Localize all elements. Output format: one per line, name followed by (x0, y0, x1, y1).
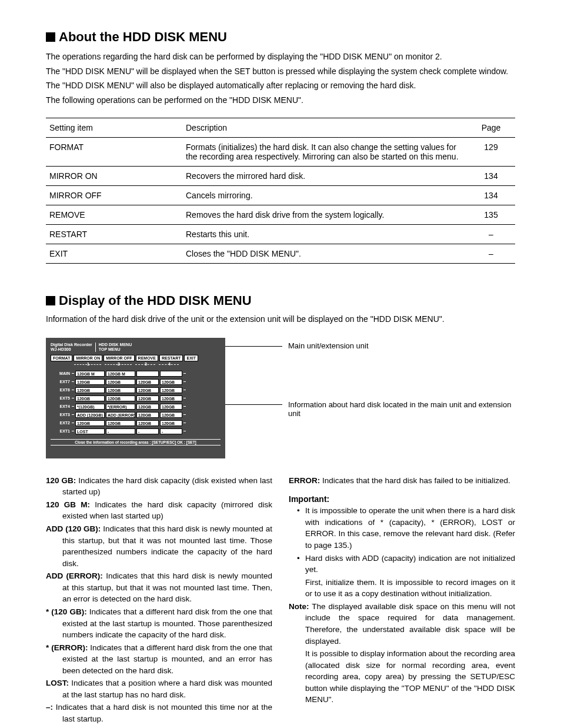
dash-icon (183, 423, 186, 423)
important-block: Important: It is impossible to operate t… (289, 494, 515, 600)
leader-line (216, 404, 282, 405)
screen-cell: 120GB (160, 404, 182, 410)
screen-row-label: EXT3 (51, 413, 72, 417)
annotation-info: Information about hard disk located in t… (288, 400, 515, 418)
screen-header-left2: WJ-HD300 (51, 347, 92, 352)
screen-row: EXT5120GB120GB120GB120GB (51, 394, 221, 403)
screen-footer: Close the information of recording areas… (51, 439, 221, 446)
section2-title: Display of the HDD DISK MENU (46, 293, 515, 308)
cell-page: 135 (467, 205, 515, 224)
definition-text: Indicates the hard disk capacity (mirror… (62, 500, 272, 521)
definition-text: Indicates that the hard disk has failed … (320, 476, 510, 485)
screen-cell: ADD (120GB) (75, 412, 105, 418)
screen-tab: RESTART (159, 355, 183, 361)
screen-cell: - (136, 428, 159, 434)
definition-term: 120 GB: (46, 476, 76, 485)
cell-page: 134 (467, 166, 515, 185)
note-paragraph: Note: The displayed available disk space… (289, 601, 515, 647)
definition-text: Indicates that a hard disk is not mounte… (53, 703, 272, 723)
screen-cell: 120GB (160, 420, 182, 426)
dash-icon (183, 381, 186, 382)
screen-tab: FORMAT (51, 355, 72, 361)
table-header-row: Setting item Description Page (46, 118, 515, 137)
table-row: MIRROR OFFCancels mirroring.134 (46, 185, 515, 205)
screen-row: EXT6120GB120GB120GB120GB (51, 386, 221, 394)
screen-row-label: EXT5 (51, 396, 72, 400)
definition-item: * (ERROR): Indicates that a different ha… (46, 642, 272, 677)
intro-line: The operations regarding the hard disk c… (46, 51, 515, 64)
screen-cell: 120GB (106, 395, 135, 401)
screen-row: MAIN120GB M120GB M (51, 370, 221, 378)
definitions-columns: 120 GB: Indicates the hard disk capacity… (46, 475, 515, 726)
screen-row: EXT7120GB120GB120GB120GB (51, 378, 221, 386)
screen-cell: - (106, 428, 135, 434)
screen-cell: 120GB (106, 379, 135, 385)
cell-item: MIRROR OFF (46, 185, 182, 205)
definition-item: * (120 GB): Indicates that a different h… (46, 606, 272, 641)
screen-cell: 120GB M (75, 371, 105, 377)
cell-page: 129 (467, 137, 515, 166)
screen-row-label: EXT6 (51, 388, 72, 392)
dash-icon (183, 414, 186, 415)
screen-tab: MIRROR OFF (103, 355, 134, 361)
screen-cell: 120GB (160, 395, 182, 401)
definition-term: ADD (ERROR): (46, 571, 103, 580)
screen-header-left1: Digital Disk Recorder (51, 343, 92, 347)
note-continuation: It is possible to display information ab… (289, 648, 515, 706)
intro-line: The "HDD DISK MENU" will be displayed wh… (46, 65, 515, 78)
screen-row-label: EXT2 (51, 421, 72, 425)
screen-cell (160, 371, 182, 377)
screen-cell: 120GB (136, 379, 159, 385)
definition-item: 120 GB M: Indicates the hard disk capaci… (46, 499, 272, 522)
table-row: REMOVERemoves the hard disk drive from t… (46, 205, 515, 224)
screen-row-label: EXT4 (51, 404, 72, 408)
section2-intro: Information of the hard disk drive of th… (46, 314, 515, 324)
cell-item: EXIT (46, 244, 182, 263)
screen-tab: EXIT (184, 355, 198, 361)
definition-term: –: (46, 703, 53, 712)
important-item: Hard disks with ADD (capacity) indicatio… (305, 553, 515, 576)
screen-cell: 120GB (160, 387, 182, 393)
screen-row-label: MAIN (51, 371, 72, 375)
definition-term: * (ERROR): (46, 643, 88, 652)
screen-cell: 120GB (75, 420, 105, 426)
screen-cell: 120GB (106, 420, 135, 426)
screen-tabs: FORMAT MIRROR ON MIRROR OFF REMOVE RESTA… (51, 355, 221, 361)
dash-icon (72, 431, 74, 431)
screen-row-label: EXT7 (51, 380, 72, 384)
screen-cell: 120GB (160, 379, 182, 385)
dash-icon (183, 373, 186, 374)
th-description: Description (182, 118, 467, 137)
dash-icon (183, 390, 186, 390)
screen-cell: *(120GB) (75, 404, 105, 410)
screen-cell: 120GB (136, 395, 159, 401)
diagram-area: Main unit/extension unit Information abo… (46, 338, 515, 464)
definition-item: –: Indicates that a hard disk is not mou… (46, 702, 272, 724)
screen-cell: 120GB (136, 420, 159, 426)
screen-row-label: EXT1 (51, 429, 72, 433)
screen-cell: 120GB (160, 412, 182, 418)
screen-tab: MIRROR ON (74, 355, 102, 361)
cell-desc: Restarts this unit. (182, 224, 467, 244)
intro-line: The "HDD DISK MENU" will also be display… (46, 79, 515, 92)
screen-cell: 120GB (106, 387, 135, 393)
right-column: ERROR: Indicates that the hard disk has … (289, 475, 515, 726)
definition-item: LOST: Indicates that a position where a … (46, 677, 272, 700)
screen-cell (136, 371, 159, 377)
square-bullet-icon (46, 32, 55, 42)
screen-cell: 120GB (136, 404, 159, 410)
definition-term: LOST: (46, 679, 69, 687)
screen-cell: LOST (75, 428, 105, 434)
screen-cell: *(ERROR) (106, 404, 135, 410)
definition-item: ERROR: Indicates that the hard disk has … (289, 475, 515, 487)
dash-icon (183, 431, 186, 431)
important-list: It is impossible to operate the unit whe… (289, 505, 515, 575)
cell-desc: Closes the "HDD DISK MENU". (182, 244, 467, 263)
dash-icon (72, 406, 74, 407)
screen-cell: 120GB (136, 387, 159, 393)
vertical-divider (95, 343, 96, 352)
screen-row: EXT2120GB120GB120GB120GB (51, 419, 221, 427)
screen-cell: 120GB (75, 387, 105, 393)
cell-page: – (467, 244, 515, 263)
screen-col-numbers: 1 2 3 4 (51, 363, 221, 370)
